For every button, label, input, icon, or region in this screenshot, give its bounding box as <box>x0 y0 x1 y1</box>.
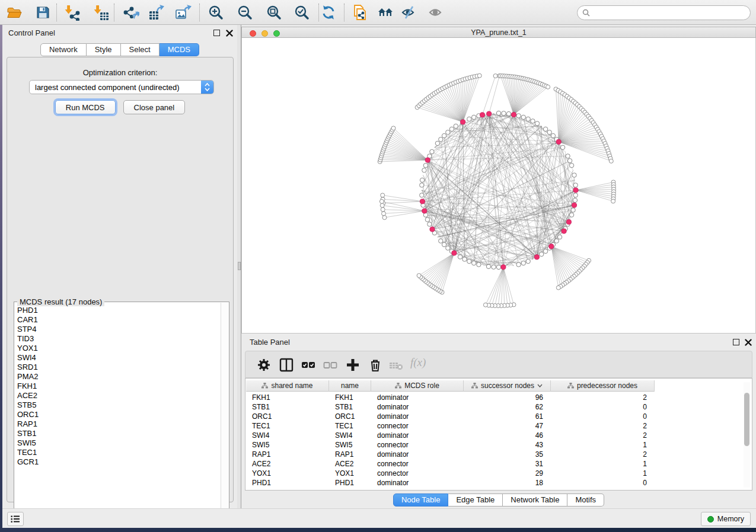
cell-shared-name[interactable]: SWI4 <box>246 431 329 440</box>
mcds-result-item[interactable]: SWI5 <box>17 438 219 448</box>
cell-successor-nodes[interactable]: 62 <box>464 402 551 412</box>
mcds-result-item[interactable]: CAR1 <box>17 315 219 325</box>
table-row[interactable]: RAP1RAP1dominator352 <box>246 450 655 459</box>
create-column-icon[interactable] <box>345 357 361 373</box>
mcds-result-item[interactable]: TID3 <box>17 334 219 344</box>
mcds-result-item[interactable]: SRD1 <box>17 363 219 372</box>
cell-MCDS-role[interactable]: dominator <box>371 402 464 412</box>
mcds-result-item[interactable]: RAP1 <box>17 419 219 429</box>
column-header-successor-nodes[interactable]: successor nodes <box>464 380 551 392</box>
column-header-name[interactable]: name <box>329 380 371 392</box>
cell-MCDS-role[interactable]: connector <box>371 421 464 431</box>
cell-MCDS-role[interactable]: connector <box>371 440 464 450</box>
cell-name[interactable]: PHD1 <box>329 478 371 488</box>
float-panel-icon[interactable] <box>213 30 220 36</box>
clone-network-icon[interactable] <box>352 4 369 21</box>
cell-predecessor-nodes[interactable]: 2 <box>551 450 655 459</box>
cell-successor-nodes[interactable]: 35 <box>464 450 551 459</box>
mcds-result-item[interactable]: PMA2 <box>17 372 219 382</box>
cell-name[interactable]: ACE2 <box>329 459 371 469</box>
table-row[interactable]: SWI5SWI5connector431 <box>246 440 655 450</box>
cell-predecessor-nodes[interactable]: 0 <box>551 478 655 488</box>
search-field[interactable] <box>577 5 751 20</box>
close-table-panel-icon[interactable] <box>745 339 752 346</box>
cell-MCDS-role[interactable]: connector <box>371 459 464 469</box>
tab-node-table[interactable]: Node Table <box>393 493 449 507</box>
cell-successor-nodes[interactable]: 18 <box>464 478 551 488</box>
mcds-result-item[interactable]: STB1 <box>17 429 219 438</box>
mcds-result-item[interactable]: GCR1 <box>17 457 219 467</box>
mcds-result-item[interactable]: ORC1 <box>17 410 219 419</box>
mcds-result-item[interactable]: STP4 <box>17 325 219 334</box>
cell-shared-name[interactable]: ORC1 <box>246 412 329 421</box>
cell-name[interactable]: SWI5 <box>329 440 371 450</box>
cell-successor-nodes[interactable]: 47 <box>464 421 551 431</box>
tab-mcds[interactable]: MCDS <box>160 43 199 56</box>
table-row[interactable]: TEC1TEC1connector472 <box>246 421 655 431</box>
column-header-predecessor-nodes[interactable]: predecessor nodes <box>551 380 655 392</box>
network-view[interactable] <box>241 38 756 334</box>
cell-successor-nodes[interactable]: 43 <box>464 440 551 450</box>
column-header-MCDS-role[interactable]: MCDS role <box>371 380 464 392</box>
mcds-result-item[interactable]: ACE2 <box>17 391 219 400</box>
cell-successor-nodes[interactable]: 96 <box>464 393 551 402</box>
cell-predecessor-nodes[interactable]: 0 <box>551 402 655 412</box>
tab-style[interactable]: Style <box>87 43 121 56</box>
cell-name[interactable]: STB1 <box>329 402 371 412</box>
cell-name[interactable]: ORC1 <box>329 412 371 421</box>
criterion-dropdown[interactable]: largest connected component (undirected) <box>29 80 214 94</box>
cell-name[interactable]: RAP1 <box>329 450 371 459</box>
cell-MCDS-role[interactable]: dominator <box>371 412 464 421</box>
open-session-icon[interactable] <box>6 4 23 21</box>
import-table-icon[interactable] <box>92 4 109 21</box>
mcds-result-item[interactable]: YOX1 <box>17 344 219 353</box>
zoom-fit-icon[interactable] <box>266 4 282 21</box>
tab-motifs[interactable]: Motifs <box>567 493 604 507</box>
float-table-panel-icon[interactable] <box>733 339 739 345</box>
save-session-icon[interactable] <box>34 4 51 21</box>
cell-successor-nodes[interactable]: 31 <box>464 459 551 469</box>
close-panel-icon[interactable] <box>226 30 233 37</box>
cell-name[interactable]: YOX1 <box>329 469 371 478</box>
mcds-result-item[interactable]: FKH1 <box>17 382 219 391</box>
vertical-splitter[interactable] <box>237 25 241 508</box>
import-network-icon[interactable] <box>63 4 80 21</box>
split-panel-icon[interactable] <box>279 357 294 373</box>
tab-select[interactable]: Select <box>121 43 160 56</box>
run-mcds-button[interactable]: Run MCDS <box>55 100 116 114</box>
cell-shared-name[interactable]: FKH1 <box>246 393 329 402</box>
cell-shared-name[interactable]: ACE2 <box>246 459 329 469</box>
table-row[interactable]: YOX1YOX1connector291 <box>246 469 655 478</box>
table-scrollbar[interactable] <box>744 382 750 488</box>
cell-shared-name[interactable]: YOX1 <box>246 469 329 478</box>
cell-shared-name[interactable]: TEC1 <box>246 421 329 431</box>
cell-predecessor-nodes[interactable]: 1 <box>551 469 655 478</box>
cell-successor-nodes[interactable]: 46 <box>464 431 551 440</box>
search-input[interactable] <box>593 9 750 17</box>
show-all-icon[interactable] <box>428 4 445 21</box>
mcds-result-item[interactable]: STB5 <box>17 400 219 410</box>
export-image-icon[interactable] <box>175 4 192 21</box>
cell-shared-name[interactable]: STB1 <box>246 402 329 412</box>
cell-MCDS-role[interactable]: dominator <box>371 393 464 402</box>
column-header-shared-name[interactable]: shared name <box>246 380 329 392</box>
cell-shared-name[interactable]: SWI5 <box>246 440 329 450</box>
cell-predecessor-nodes[interactable]: 2 <box>551 431 655 440</box>
cell-name[interactable]: SWI4 <box>329 431 371 440</box>
network-window-titlebar[interactable]: YPA_prune.txt_1 <box>241 27 756 38</box>
cell-predecessor-nodes[interactable]: 1 <box>551 459 655 469</box>
cell-MCDS-role[interactable]: dominator <box>371 450 464 459</box>
cell-predecessor-nodes[interactable]: 2 <box>551 421 655 431</box>
table-row[interactable]: PHD1PHD1dominator180 <box>246 478 655 488</box>
refresh-layout-icon[interactable] <box>320 4 337 21</box>
zoom-in-icon[interactable] <box>208 4 224 21</box>
table-mode-gear-icon[interactable] <box>256 357 272 373</box>
mcds-list-scrollbar[interactable] <box>221 303 228 519</box>
table-scrollbar-thumb[interactable] <box>744 393 749 446</box>
tab-network-table[interactable]: Network Table <box>503 493 567 507</box>
table-row[interactable]: STB1STB1dominator620 <box>246 402 655 412</box>
cell-name[interactable]: TEC1 <box>329 421 371 431</box>
mcds-result-list[interactable]: PHD1CAR1STP4TID3YOX1SWI4SRD1PMA2FKH1ACE2… <box>15 306 219 519</box>
cell-name[interactable]: FKH1 <box>329 393 371 402</box>
cell-predecessor-nodes[interactable]: 1 <box>551 440 655 450</box>
